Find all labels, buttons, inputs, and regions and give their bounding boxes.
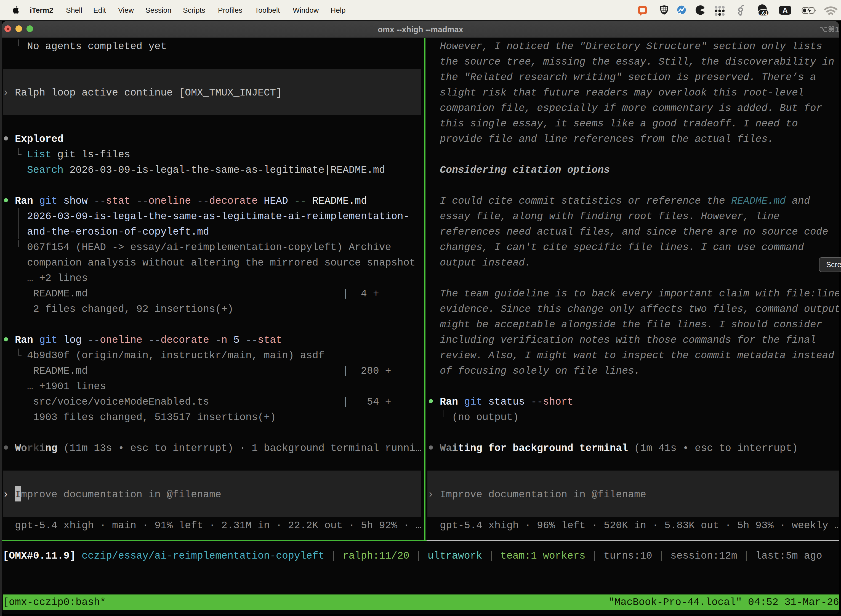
svg-text:1: 1	[835, 25, 839, 34]
